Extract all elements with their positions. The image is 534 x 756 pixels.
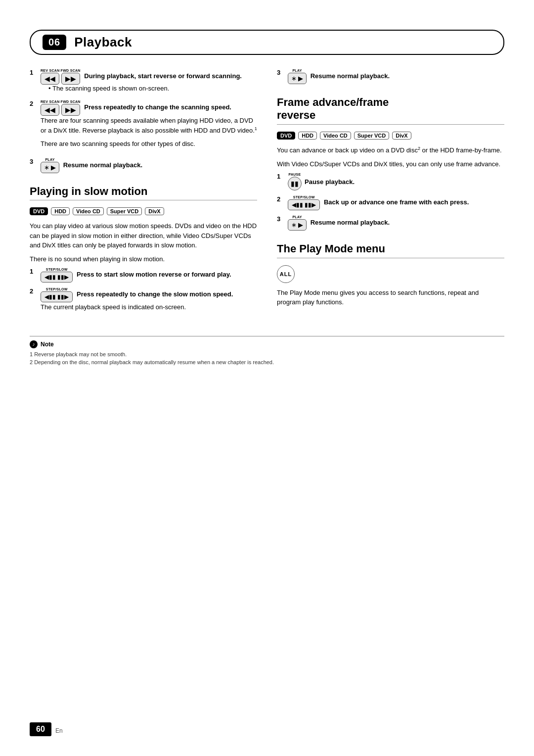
chapter-number: 06 <box>43 35 66 50</box>
step-number: 2 <box>30 100 37 107</box>
note-section: ♪ Note 1 Reverse playback may not be smo… <box>30 336 504 367</box>
slow-step-2: 2 STEP/SLOW ◀▮▮ ▮▮▶ Press repeatedly to … <box>30 287 257 316</box>
step-slow-icon-1: STEP/SLOW ◀▮▮ ▮▮▶ <box>41 268 73 283</box>
step2-para1: There are four scanning speeds available… <box>41 116 257 135</box>
play-button-fa: PLAY ∗ ▶ <box>288 215 307 231</box>
step-number: 3 <box>30 158 37 165</box>
slow-motion-para1: You can play video at various slow motio… <box>30 221 257 250</box>
chapter-title: Playback <box>74 35 132 50</box>
chapter-header: 06 Playback <box>30 30 504 55</box>
slow-motion-para2: There is no sound when playing in slow m… <box>30 254 257 264</box>
step1-bullet: The scanning speed is shown on-screen. <box>41 85 257 92</box>
badge-videocd-fa: Video CD <box>320 132 351 140</box>
play-mode-para: The Play Mode menu gives you access to s… <box>277 288 504 307</box>
badge-dvd-fa: DVD <box>277 132 295 140</box>
step-number: 1 <box>30 268 37 275</box>
play-btn-icon: PLAY ∗ ▶ <box>41 158 59 173</box>
frame-advance-badges: DVD HDD Video CD Super VCD DivX <box>277 132 504 140</box>
badge-videocd: Video CD <box>73 207 104 215</box>
step-number: 2 <box>277 195 284 203</box>
play-button-right: PLAY ∗ ▶ <box>288 69 307 84</box>
all-badge: ALL <box>277 265 295 283</box>
content-columns: 1 REV SCAN ◀◀ FWD SCAN ▶▶ <box>30 69 504 321</box>
fwd-scan-button-2: FWD SCAN ▶▶ <box>61 100 81 116</box>
badge-hdd-fa: HDD <box>298 132 317 140</box>
frame-step-1: 1 PAUSE ▮▮ Pause playback. <box>277 173 504 190</box>
fwd-scan-button: FWD SCAN ▶▶ <box>61 69 81 85</box>
step-slow-icon-fa: STEP/SLOW ◀▮▮ ▮▮▶ <box>288 195 320 210</box>
step-number: 1 <box>277 173 284 180</box>
badge-hdd: HDD <box>51 207 70 215</box>
play-button-scan: PLAY ∗ ▶ <box>41 158 59 173</box>
slow-step2-text: Press repeatedly to change the slow moti… <box>77 291 233 298</box>
step-slow-buttons-1: STEP/SLOW ◀▮▮ ▮▮▶ <box>41 268 73 283</box>
rev-fwd-scan-buttons-2: REV SCAN ◀◀ FWD SCAN ▶▶ <box>41 100 81 116</box>
frame-step-2: 2 STEP/SLOW ◀▮▮ ▮▮▶ Back up or advance o… <box>277 195 504 210</box>
step-number: 3 <box>277 215 284 223</box>
page-number: 60 <box>30 722 51 736</box>
frame-advance-title: Frame advance/framereverse <box>277 96 504 125</box>
note-item-2: 2 Depending on the disc, normal playback… <box>30 358 504 367</box>
note-title: ♪ Note <box>30 340 504 348</box>
pause-btn-icon: PAUSE ▮▮ <box>288 173 302 190</box>
rev-scan-button-2: REV SCAN ◀◀ <box>41 100 60 116</box>
frame-step2-text: Back up or advance one frame with each p… <box>324 199 469 206</box>
note-item-1: 1 Reverse playback may not be smooth. <box>30 350 504 359</box>
play-btn-fa-icon: PLAY ∗ ▶ <box>288 215 307 231</box>
frame-advance-para2: With Video CDs/Super VCDs and DivX title… <box>277 159 504 169</box>
rev-fwd-scan-buttons: REV SCAN ◀◀ FWD SCAN ▶▶ <box>41 69 81 85</box>
note-icon: ♪ <box>30 340 38 348</box>
step-number: 1 <box>30 69 37 76</box>
frame-step3-text: Resume normal playback. <box>311 219 390 226</box>
badge-dvd: DVD <box>30 207 48 215</box>
slow-step1-text: Press to start slow motion reverse or fo… <box>77 271 231 279</box>
step-slow-buttons-2: STEP/SLOW ◀▮▮ ▮▮▶ <box>41 287 73 302</box>
slow-step-1: 1 STEP/SLOW ◀▮▮ ▮▮▶ Press to start slow … <box>30 268 257 283</box>
step2-text: Press repeatedly to change the scanning … <box>84 103 231 111</box>
step-slow-icon-2: STEP/SLOW ◀▮▮ ▮▮▶ <box>41 287 73 302</box>
badge-divx: DivX <box>145 207 164 215</box>
step2-para2: There are two scanning speeds for other … <box>41 139 257 149</box>
rev-scan-button: REV SCAN ◀◀ <box>41 69 60 85</box>
step-slow-buttons-fa: STEP/SLOW ◀▮▮ ▮▮▶ <box>288 195 320 210</box>
note-label: Note <box>41 341 54 348</box>
slow-motion-badges: DVD HDD Video CD Super VCD DivX <box>30 207 257 215</box>
left-column: 1 REV SCAN ◀◀ FWD SCAN ▶▶ <box>30 69 257 321</box>
play-mode-title: The Play Mode menu <box>277 242 504 258</box>
slow-motion-title: Playing in slow motion <box>30 185 257 200</box>
badge-supervcd: Super VCD <box>107 207 142 215</box>
badge-divx-fa: DivX <box>392 132 411 140</box>
frame-step-3: 3 PLAY ∗ ▶ Resume normal playback. <box>277 215 504 231</box>
frame-step1-text: Pause playback. <box>305 178 355 186</box>
step3-text: Resume normal playback. <box>63 161 142 169</box>
step-number: 2 <box>30 287 37 295</box>
right-step3-text: Resume normal playback. <box>311 72 390 80</box>
right-column: 3 PLAY ∗ ▶ Resume normal playback. <box>277 69 504 321</box>
right-scan-step-3: 3 PLAY ∗ ▶ Resume normal playback. <box>277 69 504 84</box>
step-number: 3 <box>277 69 284 76</box>
frame-advance-para1: You can advance or back up video on a DV… <box>277 145 504 155</box>
slow-step2-para: The current playback speed is indicated … <box>41 302 257 312</box>
page-lang: En <box>55 727 63 734</box>
step1-text: During playback, start reverse or forwar… <box>84 72 242 80</box>
play-btn-right-icon: PLAY ∗ ▶ <box>288 69 307 84</box>
scan-step-3: 3 PLAY ∗ ▶ Resume normal playback. <box>30 158 257 173</box>
scan-step-2: 2 REV SCAN ◀◀ FWD SCAN ▶▶ <box>30 100 257 153</box>
scan-step-1: 1 REV SCAN ◀◀ FWD SCAN ▶▶ <box>30 69 257 95</box>
badge-supervcd-fa: Super VCD <box>354 132 389 140</box>
